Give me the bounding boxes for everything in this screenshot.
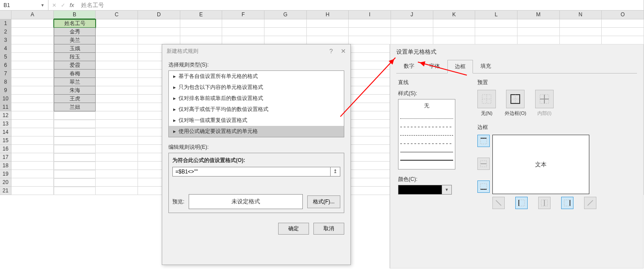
column-header[interactable]: L [475, 11, 517, 19]
cell[interactable] [11, 19, 54, 28]
cell[interactable] [11, 120, 54, 128]
cell[interactable] [96, 128, 138, 136]
cell[interactable] [433, 28, 476, 36]
row-header[interactable]: 19 [0, 170, 11, 178]
cell[interactable] [517, 19, 560, 28]
row-header[interactable]: 20 [0, 178, 11, 187]
cell[interactable] [54, 178, 96, 187]
cell[interactable] [264, 28, 307, 36]
cell[interactable]: 段玉 [54, 53, 96, 61]
style-none[interactable]: 无 [400, 101, 453, 110]
column-header[interactable]: E [180, 11, 223, 19]
cell[interactable] [602, 28, 644, 36]
cell[interactable] [96, 53, 138, 61]
row-header[interactable]: 18 [0, 162, 11, 170]
cell[interactable] [54, 145, 96, 153]
cell[interactable] [11, 162, 54, 170]
cell[interactable] [307, 36, 349, 44]
cell[interactable] [349, 86, 391, 95]
cell[interactable] [349, 53, 391, 61]
column-header[interactable]: A [11, 11, 54, 19]
cell[interactable] [96, 95, 138, 103]
fx-icon[interactable]: fx [70, 2, 74, 8]
cell[interactable] [11, 78, 54, 86]
preset-item[interactable]: 外边框(O) [505, 90, 526, 117]
select-all-corner[interactable] [0, 11, 11, 19]
formula-input[interactable]: 姓名工号 [78, 1, 644, 9]
cell[interactable] [180, 36, 223, 44]
cell[interactable] [11, 36, 54, 44]
cell[interactable] [138, 19, 180, 28]
column-header[interactable]: H [307, 11, 349, 19]
cell[interactable] [11, 61, 54, 70]
cell[interactable] [475, 19, 517, 28]
row-header[interactable]: 1 [0, 19, 11, 28]
rule-type-item[interactable]: ► 基于各自值设置所有单元格的格式 [169, 71, 344, 82]
row-header[interactable]: 11 [0, 103, 11, 111]
row-header[interactable]: 4 [0, 44, 11, 53]
cell[interactable] [475, 36, 517, 44]
help-icon[interactable]: ? [329, 48, 333, 55]
cell[interactable] [96, 136, 138, 145]
row-header[interactable]: 16 [0, 145, 11, 153]
cell[interactable] [11, 111, 54, 120]
column-header[interactable]: I [349, 11, 391, 19]
preset-item[interactable]: 无(N) [477, 90, 496, 117]
cell[interactable]: 玉娥 [54, 44, 96, 53]
row-header[interactable]: 3 [0, 36, 11, 44]
cell[interactable] [222, 28, 264, 36]
column-header[interactable]: N [560, 11, 602, 19]
cell[interactable] [349, 187, 391, 195]
cell[interactable] [96, 44, 138, 53]
style-dashdot[interactable] [400, 122, 453, 127]
confirm-icon[interactable]: ✓ [61, 2, 65, 8]
cell[interactable] [96, 145, 138, 153]
rule-type-item[interactable]: ► 仅对排名靠前或靠后的数值设置格式 [169, 93, 344, 104]
column-header[interactable]: O [602, 11, 644, 19]
cell[interactable] [54, 187, 96, 195]
cell[interactable] [96, 86, 138, 95]
style-dotted[interactable] [400, 114, 453, 119]
cell[interactable] [349, 170, 391, 178]
column-header[interactable]: J [391, 11, 433, 19]
cell[interactable] [349, 178, 391, 187]
cell[interactable] [54, 128, 96, 136]
cell[interactable] [96, 111, 138, 120]
rule-type-item[interactable]: ► 仅对高于或低于平均值的数值设置格式 [169, 104, 344, 115]
cell[interactable] [54, 153, 96, 162]
cell[interactable] [349, 36, 391, 44]
column-header[interactable]: D [138, 11, 180, 19]
row-header[interactable]: 8 [0, 78, 11, 86]
column-header[interactable]: G [264, 11, 307, 19]
cell[interactable] [11, 53, 54, 61]
cell[interactable] [96, 78, 138, 86]
format-button[interactable]: 格式(F)... [307, 195, 340, 208]
cell[interactable] [349, 28, 391, 36]
cell[interactable]: 朱海 [54, 86, 96, 95]
cell[interactable] [560, 28, 602, 36]
cell[interactable] [96, 61, 138, 70]
cell[interactable] [54, 136, 96, 145]
cell[interactable] [54, 111, 96, 120]
border-middle-v-button[interactable] [538, 197, 551, 209]
cell[interactable] [96, 170, 138, 178]
style-dashdot2[interactable] [400, 139, 453, 144]
column-header[interactable]: M [517, 11, 560, 19]
cell[interactable]: 王虎 [54, 95, 96, 103]
column-header[interactable]: B [54, 11, 96, 19]
cell[interactable] [138, 28, 180, 36]
cell[interactable] [96, 153, 138, 162]
cell[interactable] [11, 103, 54, 111]
cell[interactable] [307, 28, 349, 36]
close-icon[interactable]: ✕ [341, 48, 346, 55]
cell[interactable] [433, 36, 476, 44]
cell[interactable] [349, 162, 391, 170]
border-left-button[interactable] [515, 197, 528, 209]
name-box[interactable]: B1 ▼ [0, 0, 48, 10]
cell[interactable] [11, 95, 54, 103]
cell[interactable] [349, 111, 391, 120]
cell[interactable] [180, 19, 223, 28]
style-solid[interactable] [400, 147, 453, 152]
border-diag-up-button[interactable] [584, 197, 596, 209]
cell[interactable] [96, 162, 138, 170]
